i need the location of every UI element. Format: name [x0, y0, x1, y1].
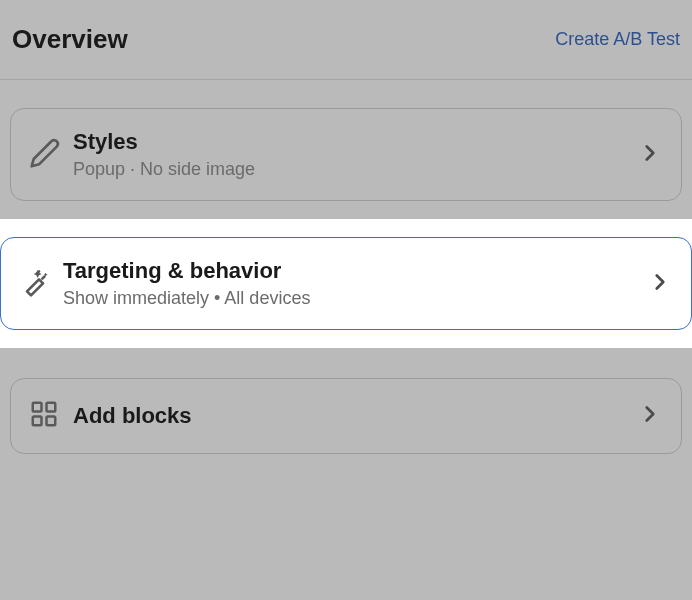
selected-card-wrap: Targeting & behavior Show immediately • …	[0, 219, 692, 348]
styles-card[interactable]: Styles Popup · No side image	[10, 108, 682, 201]
icon-slot	[29, 137, 73, 173]
pencil-icon	[29, 137, 61, 173]
page-title: Overview	[12, 24, 128, 55]
chevron-right-icon	[637, 401, 663, 431]
page-header: Overview Create A/B Test	[0, 0, 692, 80]
svg-rect-1	[47, 403, 56, 412]
svg-rect-2	[33, 417, 42, 426]
card-panel-upper: Styles Popup · No side image	[0, 80, 692, 201]
chevron-right-icon	[647, 269, 673, 299]
card-title: Styles	[73, 129, 637, 155]
card-subtitle: Popup · No side image	[73, 159, 637, 180]
card-body: Add blocks	[73, 403, 637, 429]
create-ab-test-link[interactable]: Create A/B Test	[555, 29, 680, 50]
card-body: Styles Popup · No side image	[73, 129, 637, 180]
add-blocks-card[interactable]: Add blocks	[10, 378, 682, 454]
chevron-right-icon	[637, 140, 663, 170]
card-title: Targeting & behavior	[63, 258, 647, 284]
card-panel-lower: Add blocks	[0, 348, 692, 454]
svg-rect-3	[47, 417, 56, 426]
card-body: Targeting & behavior Show immediately • …	[63, 258, 647, 309]
blocks-grid-icon	[29, 399, 59, 433]
svg-rect-0	[33, 403, 42, 412]
targeting-card[interactable]: Targeting & behavior Show immediately • …	[0, 237, 692, 330]
icon-slot	[19, 266, 63, 302]
card-title: Add blocks	[73, 403, 637, 429]
icon-slot	[29, 399, 73, 433]
card-subtitle: Show immediately • All devices	[63, 288, 647, 309]
magic-wand-icon	[19, 266, 51, 302]
